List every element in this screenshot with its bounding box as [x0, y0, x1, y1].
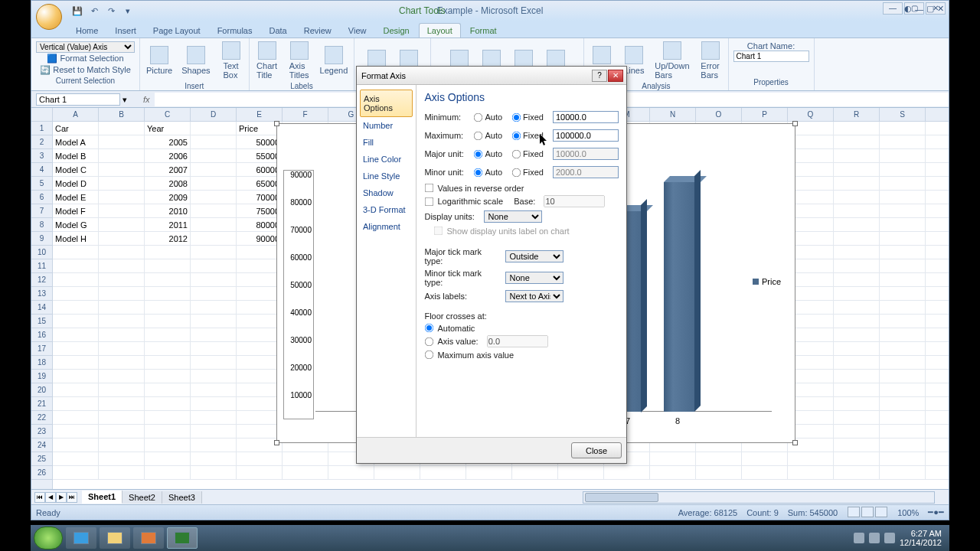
maximum-fixed-radio[interactable] — [512, 131, 521, 140]
cell[interactable] — [53, 383, 99, 396]
cell[interactable] — [237, 287, 283, 300]
log-checkbox[interactable] — [425, 197, 434, 206]
row-header[interactable]: 7 — [31, 204, 52, 218]
cell[interactable]: 55000 — [237, 149, 283, 162]
cell[interactable]: 70000 — [237, 191, 283, 204]
cell[interactable] — [191, 191, 237, 204]
cell[interactable] — [145, 315, 191, 328]
cell[interactable] — [237, 315, 283, 328]
cell[interactable] — [191, 425, 237, 438]
cell[interactable] — [880, 439, 926, 452]
cell[interactable] — [237, 383, 283, 396]
column-header[interactable]: A — [53, 108, 99, 121]
sheet-tab-3[interactable]: Sheet3 — [162, 491, 202, 504]
maximum-input[interactable] — [553, 129, 619, 142]
updown-bars-button[interactable]: Up/Down Bars — [652, 40, 692, 81]
cell[interactable] — [880, 452, 926, 465]
cell[interactable]: 2005 — [145, 135, 191, 148]
cell[interactable] — [99, 135, 145, 148]
floor-value-input[interactable] — [487, 335, 548, 347]
nav-fill[interactable]: Fill — [360, 134, 413, 151]
cell[interactable] — [880, 342, 926, 355]
tray-volume-icon[interactable] — [884, 533, 895, 543]
close-button[interactable]: Close — [571, 442, 622, 458]
cell[interactable] — [880, 149, 926, 162]
taskbar-media-icon[interactable] — [133, 527, 164, 549]
reset-style-button[interactable]: 🔄 Reset to Match Style — [40, 64, 131, 76]
cell[interactable] — [880, 328, 926, 341]
cell[interactable] — [328, 466, 374, 479]
cell[interactable] — [237, 452, 283, 465]
cell[interactable] — [880, 122, 926, 135]
cell[interactable] — [880, 163, 926, 176]
zoom-slider[interactable]: ━●━ — [928, 507, 944, 517]
cell[interactable] — [191, 315, 237, 328]
cell[interactable]: 75000 — [237, 204, 283, 217]
cell[interactable] — [834, 452, 880, 465]
cell[interactable] — [880, 191, 926, 204]
cell[interactable] — [99, 342, 145, 355]
tray-network-icon[interactable] — [869, 533, 880, 543]
row-header[interactable]: 16 — [31, 328, 52, 342]
cell[interactable] — [191, 287, 237, 300]
chart-element-selector[interactable]: Vertical (Value) Axis — [36, 41, 135, 53]
cell[interactable] — [99, 397, 145, 410]
cell[interactable] — [880, 273, 926, 286]
cell[interactable] — [145, 370, 191, 383]
log-base-input[interactable] — [544, 195, 605, 207]
row-header[interactable]: 13 — [31, 287, 52, 301]
cell[interactable] — [880, 301, 926, 314]
row-header[interactable]: 14 — [31, 301, 52, 315]
maximum-auto-radio[interactable] — [474, 131, 483, 140]
cell[interactable] — [742, 466, 788, 479]
cell[interactable] — [99, 149, 145, 162]
sheet-nav-first[interactable]: ⏮ — [34, 492, 45, 503]
nav-shadow[interactable]: Shadow — [360, 184, 413, 201]
cell[interactable]: 65000 — [237, 177, 283, 190]
cell[interactable] — [53, 356, 99, 369]
cell[interactable]: Model C — [53, 163, 99, 176]
tab-format[interactable]: Format — [462, 24, 505, 37]
cell[interactable] — [53, 397, 99, 410]
cell[interactable] — [99, 122, 145, 135]
cell[interactable] — [99, 466, 145, 479]
cell[interactable] — [145, 328, 191, 341]
cell[interactable]: Model D — [53, 177, 99, 190]
cell[interactable] — [237, 466, 283, 479]
tab-layout[interactable]: Layout — [419, 23, 461, 37]
picture-button[interactable]: Picture — [143, 44, 175, 77]
cell[interactable] — [880, 383, 926, 396]
cell[interactable]: Model G — [53, 218, 99, 231]
cell[interactable]: Model E — [53, 191, 99, 204]
cell[interactable] — [880, 218, 926, 231]
cell[interactable] — [145, 273, 191, 286]
cell[interactable] — [145, 301, 191, 314]
cell[interactable] — [53, 315, 99, 328]
floor-value-radio[interactable] — [425, 337, 434, 346]
minor-fixed-radio[interactable] — [512, 168, 521, 177]
minimum-input[interactable] — [553, 111, 619, 123]
ribbon-restore-icon[interactable]: ▢ — [926, 4, 934, 14]
floor-auto-radio[interactable] — [425, 324, 434, 333]
cell[interactable] — [53, 466, 99, 479]
cell[interactable] — [834, 383, 880, 396]
cell[interactable] — [53, 259, 99, 272]
cell[interactable] — [237, 301, 283, 314]
row-header[interactable]: 21 — [31, 397, 52, 411]
cell[interactable] — [191, 135, 237, 148]
cell[interactable] — [237, 411, 283, 424]
cell[interactable]: Model A — [53, 135, 99, 148]
cell[interactable] — [834, 273, 880, 286]
cell[interactable] — [512, 466, 558, 479]
view-buttons[interactable] — [847, 507, 888, 519]
cell[interactable] — [53, 370, 99, 383]
cell[interactable] — [191, 273, 237, 286]
cell[interactable] — [53, 425, 99, 438]
row-header[interactable]: 26 — [31, 466, 52, 480]
cell[interactable] — [99, 328, 145, 341]
row-header[interactable]: 22 — [31, 411, 52, 425]
cell[interactable] — [191, 439, 237, 452]
column-header[interactable]: P — [742, 108, 788, 121]
row-header[interactable]: 17 — [31, 342, 52, 356]
cell[interactable] — [880, 246, 926, 259]
